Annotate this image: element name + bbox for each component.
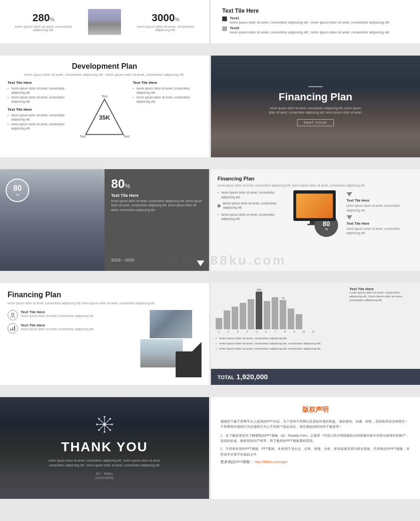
bars-container: 40070	[216, 287, 347, 329]
dev-right-col: Text Tile Here lorem ipsum dolor sit ame…	[133, 81, 202, 152]
bar-x-label: 4	[244, 330, 250, 333]
dev-bullet2a: lorem ipsum dolor sit amet, consectetur …	[8, 114, 76, 122]
financing-content: Financing Plan lorem ipsum dolor sit ame…	[211, 56, 420, 157]
fp2-tile1: Text Tile Here lorem ipsum dolor sit ame…	[347, 192, 413, 212]
fp3-item1-title: Text Tile Here	[21, 310, 94, 314]
fp3-item2: Text Tile Here lorem ipsum dolor sit ame…	[8, 323, 137, 334]
bar-item	[288, 308, 294, 329]
fp2-tile2-title: Text Tile Here	[347, 221, 413, 226]
bar-item	[296, 314, 302, 329]
bar-x-label: 11	[310, 330, 316, 333]
bar-rect	[216, 318, 222, 329]
mountain-photo-left: 80 %	[0, 169, 105, 271]
photo-top	[150, 310, 192, 338]
bar-item	[216, 317, 222, 329]
triangle-dark	[192, 342, 202, 351]
bubble-num: 80	[13, 184, 22, 193]
dev-plan-desc: lorem ipsum dolor sit amet, consectetur …	[8, 73, 202, 77]
bar-rect	[296, 314, 302, 329]
fp2-bullets-col: lorem ipsum dolor sit amet, consectetur …	[218, 190, 284, 264]
triangle-small-white	[197, 260, 204, 266]
copyright-link[interactable]: http://588ku.com/ppt/	[255, 460, 288, 464]
year-range: 2019－2020	[111, 257, 202, 263]
bar-x-label: 5	[253, 330, 260, 333]
slide-stats: 280% lorem ipsum dolor sit amet, consect…	[0, 0, 209, 43]
svg-point-1	[12, 313, 14, 316]
chart-area: 40070 1234567891011 lorem ipsum dolor si…	[211, 283, 349, 369]
fp3-item2-desc: lorem ipsum dolor sit amet, consectetur …	[21, 327, 94, 331]
slide-thank-you: THANK YOU lorem ipsum dolor sit amet, co…	[0, 397, 209, 499]
stat-280-desc: lorem ipsum dolor sit amet, consectetur …	[8, 25, 79, 32]
slide-3-dark-panel: 80% Text Tile Here lorem ipsum dolor sit…	[105, 169, 209, 271]
dev-tile2-label: Text Tile Here	[8, 107, 76, 112]
financing-btn[interactable]: PART FOUR	[297, 119, 334, 126]
bar-x-label: 8	[282, 330, 288, 333]
bar-x-label: 10	[300, 330, 307, 333]
chart-tile-title: Text Tile Here	[349, 287, 416, 291]
bar-item	[232, 306, 238, 329]
legend2-desc: lorem ipsum dolor sit amet, consectetur …	[230, 30, 390, 34]
stat-3000-number: 3000	[152, 12, 175, 24]
stat-280-number: 280	[32, 12, 50, 24]
fp3-items: Text Tile Here lorem ipsum dolor sit ame…	[8, 310, 137, 377]
fp2-bullet-1: lorem ipsum dolor sit amet, consectetur …	[223, 201, 284, 210]
tri-bl-label: Text	[80, 135, 86, 138]
bar-rect	[272, 297, 278, 329]
dark-block	[176, 351, 202, 377]
slide-copyright: 版权声明 感谢您下载千库网平台上提供的PPT作品，为了您和千库网以及原创作者的利…	[211, 397, 420, 499]
circle-num: 80	[323, 220, 330, 228]
dev-left-col: Text Tile Here lorem ipsum dolor sit ame…	[8, 81, 76, 152]
fp3-desc: lorem ipsum dolor sit amet, consectetur …	[8, 301, 202, 305]
bar-item	[224, 310, 230, 329]
bar-x-labels: 1234567891011	[216, 329, 347, 333]
bar-item: 70	[280, 297, 286, 329]
chart-bullets: lorem ipsum dolor sit amet, consectetur …	[211, 333, 349, 356]
legend-box-gray	[222, 26, 227, 31]
fp2-header: Financing Plan	[218, 176, 413, 181]
tri-top-label: Text	[102, 95, 108, 98]
snowflake-icon	[96, 416, 113, 436]
fp2-desc: lorem ipsum dolor sit amet, consectetur …	[218, 183, 413, 187]
bar-rect	[240, 303, 246, 329]
dev-plan-title: Development Plan	[8, 62, 202, 71]
copyright-item2: 2、不得将本用作PPT模板、PPT素材、本来用于另企业、出售、情报、分析、发布或…	[220, 446, 411, 456]
dev-tile-right-label: Text Tile Here	[133, 81, 202, 85]
fp2-text-col: Text Tile Here lorem ipsum dolor sit ame…	[345, 190, 413, 264]
more-label: 更多精品PPT模板：	[220, 460, 254, 464]
copyright-title: 版权声明	[220, 406, 411, 414]
bar-x-label: 6	[263, 330, 269, 333]
copyright-intro: 感谢您下载千库网平台上提供的PPT作品，为了您和千库网以及原创作者的利益，请勿复…	[220, 419, 411, 429]
bar-rect	[280, 300, 286, 329]
chart-bottom-strip: TOTAL 1,920,000	[211, 369, 420, 385]
chart-icon	[10, 326, 16, 331]
slide-financing-photos: Financing Plan lorem ipsum dolor sit ame…	[0, 283, 209, 385]
stat-280: 280% lorem ipsum dolor sit amet, consect…	[8, 12, 79, 32]
copyright-more: 更多精品PPT模板： http://588ku.com/ppt/	[220, 460, 411, 464]
chart-right-text: Text Tile Here Lorem ipsum dolor sit ame…	[349, 283, 420, 369]
thankyou-data: DATA HERE	[96, 476, 114, 480]
fp3-icon1	[8, 310, 18, 320]
copyright-item1: 1、在下载前请首先了解获取的PPT模板（如：Royalty-Free）正规受《中…	[220, 433, 411, 443]
pct-big-num: 80	[111, 177, 125, 191]
bar-rect	[264, 301, 270, 329]
diamond-icon	[218, 204, 220, 207]
thankyou-desc: lorem ipsum dolor sit amet, consectetur …	[46, 458, 163, 468]
financing-title: Financing Plan	[279, 91, 352, 103]
thankyou-heading: THANK YOU	[61, 440, 148, 455]
fp3-item2-title: Text Tile Here	[21, 323, 94, 327]
chart-bullet-2: lorem ipsum dolor sit amet, consectetur …	[216, 347, 345, 351]
text-tile-title: Text Tile Here	[222, 8, 409, 14]
tri-br-label: Text	[123, 135, 129, 138]
bar-x-label: 7	[272, 330, 279, 333]
fp2-tile2: Text Tile Here lorem ipsum dolor sit ame…	[347, 215, 413, 235]
svg-point-14	[109, 429, 111, 431]
bar-item	[240, 302, 246, 329]
bubble-80-circle: 80 %	[6, 179, 29, 202]
slide-80pct-mountain: 80 % 80% Text Tile Here lorem ipsum dolo…	[0, 169, 209, 271]
financing-line	[308, 86, 323, 87]
financing-desc: lorem ipsum dolor sit amet, consectetur …	[268, 106, 363, 114]
dev-tile1-label: Text Tile Here	[8, 81, 76, 85]
svg-rect-3	[12, 327, 13, 331]
monitor-image	[293, 190, 336, 221]
pct-label: Text Tile Here	[111, 193, 202, 198]
